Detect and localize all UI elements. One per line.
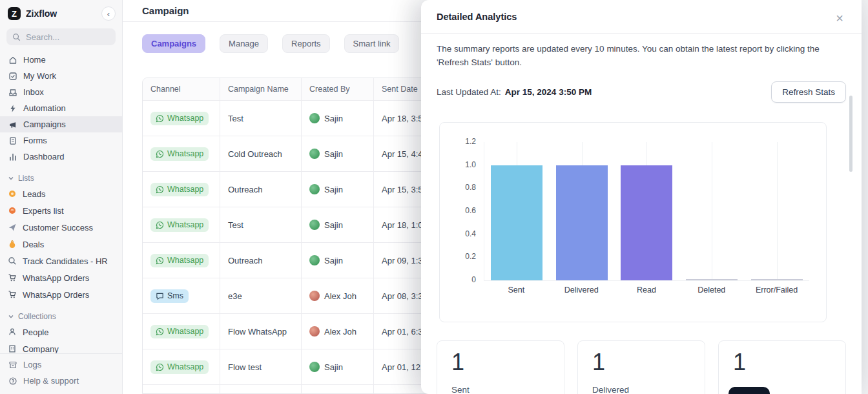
whatsapp-icon — [156, 327, 164, 336]
app-root: Z Zixflow ‹ Home My Work Inbox Automat — [0, 0, 868, 394]
stat-card-sent: 1 Sent — [437, 340, 564, 394]
y-tick-label: 1.0 — [465, 160, 476, 169]
campaign-name-cell: Cold Outreach — [220, 136, 302, 171]
bar-sent — [491, 165, 542, 280]
sidebar-item-label: Inbox — [23, 87, 44, 97]
last-updated-value: Apr 15, 2024 3:50 PM — [505, 87, 592, 97]
gridline — [712, 142, 712, 280]
stats-row: 1 Sent 1 Delivered 1 Read — [437, 340, 846, 394]
sidebar-item-deals[interactable]: Deals — [0, 236, 122, 253]
search-input[interactable] — [6, 28, 116, 45]
partially-visible-dark-element — [728, 387, 770, 394]
whatsapp-channel-badge: Whatsapp — [150, 360, 209, 374]
campaign-name-cell: Test — [220, 207, 302, 242]
sms-icon — [156, 292, 164, 300]
refresh-stats-button[interactable]: Refresh Stats — [771, 81, 846, 103]
paper-plane-icon — [8, 223, 17, 232]
modal-header: Detailed Analytics — [421, 0, 862, 34]
campaign-name-cell: Outreach — [220, 172, 302, 207]
creator-name: Sajin — [324, 185, 343, 194]
check-square-icon — [8, 72, 17, 81]
sidebar-item-label: Home — [23, 55, 46, 65]
y-tick-label: 1.2 — [465, 137, 476, 146]
column-header-campaign-name[interactable]: Campaign Name — [220, 78, 302, 100]
y-tick-label: 0.6 — [465, 206, 476, 215]
cart-icon — [8, 273, 17, 282]
sidebar-item-my-work[interactable]: My Work — [0, 68, 122, 84]
sidebar-item-dashboard[interactable]: Dashboard — [0, 149, 122, 165]
stat-label: Delivered — [592, 385, 690, 394]
stat-card-read: 1 Read — [718, 340, 846, 394]
search-field[interactable] — [25, 32, 110, 43]
zixflow-logo: Z — [8, 7, 21, 20]
page-title: Campaign — [142, 5, 189, 16]
tab-campaigns[interactable]: Campaigns — [142, 34, 205, 53]
sidebar-item-inbox[interactable]: Inbox — [0, 84, 122, 100]
money-bag-icon — [8, 240, 17, 249]
modal-body: The summary reports are updated every 10… — [421, 43, 862, 394]
sidebar-item-label: Campaigns — [23, 119, 66, 129]
sidebar-item-automation[interactable]: Automation — [0, 100, 122, 116]
campaign-name-cell: Flow WhatsApp — [220, 314, 302, 349]
sidebar-item-whatsapp-orders-1[interactable]: WhatsApp Orders — [0, 269, 122, 286]
sidebar-item-track-candidates-hr[interactable]: Track Candidates - HR — [0, 253, 122, 269]
person-icon — [8, 327, 17, 337]
gridline — [777, 142, 778, 280]
sidebar-item-help-support[interactable]: Help & support — [0, 373, 122, 389]
y-tick-label: 0 — [471, 275, 476, 284]
x-tick-label: Delivered — [549, 285, 614, 295]
tab-manage[interactable]: Manage — [220, 34, 268, 53]
sms-channel-badge: Sms — [150, 289, 189, 303]
creator-cell — [302, 385, 374, 394]
sidebar-item-people[interactable]: People — [0, 324, 122, 340]
stat-card-delivered: 1 Delivered — [577, 340, 705, 394]
sidebar-item-customer-success[interactable]: Customer Success — [0, 219, 122, 236]
stat-label: Sent — [451, 385, 550, 394]
bar-deleted — [686, 279, 738, 280]
sidebar-item-label: Forms — [23, 136, 47, 145]
avatar — [309, 291, 320, 301]
modal-scrollbar-thumb[interactable] — [849, 96, 852, 172]
whatsapp-icon — [156, 150, 164, 158]
tab-reports[interactable]: Reports — [282, 34, 330, 53]
column-header-channel[interactable]: Channel — [143, 78, 220, 100]
sidebar-item-forms[interactable]: Forms — [0, 132, 122, 149]
summary-description: The summary reports are updated every 10… — [437, 43, 832, 70]
bar-read — [621, 165, 672, 280]
avatar — [309, 220, 320, 230]
x-tick-label: Sent — [484, 285, 549, 295]
lightning-icon — [8, 104, 17, 113]
sidebar-item-whatsapp-orders-2[interactable]: WhatsApp Orders — [0, 286, 122, 303]
avatar — [309, 149, 320, 159]
collections-section-header[interactable]: Collections — [0, 309, 122, 324]
sidebar-footer: Logs Help & support — [0, 353, 122, 394]
search-icon — [12, 33, 21, 41]
chevron-left-icon: ‹ — [107, 10, 110, 18]
lists-section-header[interactable]: Lists — [0, 171, 122, 185]
tab-smart-link[interactable]: Smart link — [344, 34, 400, 53]
bar-delivered — [556, 165, 608, 280]
sidebar-item-label: My Work — [23, 71, 56, 81]
sidebar-collapse-button[interactable]: ‹ — [101, 6, 116, 21]
whatsapp-channel-badge: Whatsapp — [150, 218, 209, 232]
sidebar-item-experts-list[interactable]: Experts list — [0, 202, 122, 219]
y-tick-label: 0.8 — [465, 183, 476, 192]
sidebar-item-leads[interactable]: Leads — [0, 185, 122, 202]
inbox-icon — [8, 88, 17, 97]
orange-circle-icon — [8, 206, 17, 215]
creator-name: Alex Joh — [324, 327, 356, 337]
whatsapp-channel-badge: Whatsapp — [150, 254, 209, 267]
close-button[interactable]: × — [834, 10, 845, 26]
x-tick-label: Error/Failed — [744, 285, 809, 295]
stat-value: 1 — [592, 349, 690, 376]
whatsapp-icon — [156, 185, 164, 194]
creator-name: Sajin — [324, 114, 343, 123]
sidebar-item-home[interactable]: Home — [0, 52, 122, 68]
sidebar-item-logs[interactable]: Logs — [0, 357, 122, 373]
sidebar: Z Zixflow ‹ Home My Work Inbox Automat — [0, 0, 123, 394]
close-icon: × — [836, 11, 843, 25]
whatsapp-channel-badge: Whatsapp — [150, 112, 209, 125]
sidebar-item-campaigns[interactable]: Campaigns — [0, 116, 122, 132]
column-header-created-by[interactable]: Created By — [302, 78, 374, 100]
chart-x-axis: SentDeliveredReadDeletedError/Failed — [484, 285, 809, 295]
